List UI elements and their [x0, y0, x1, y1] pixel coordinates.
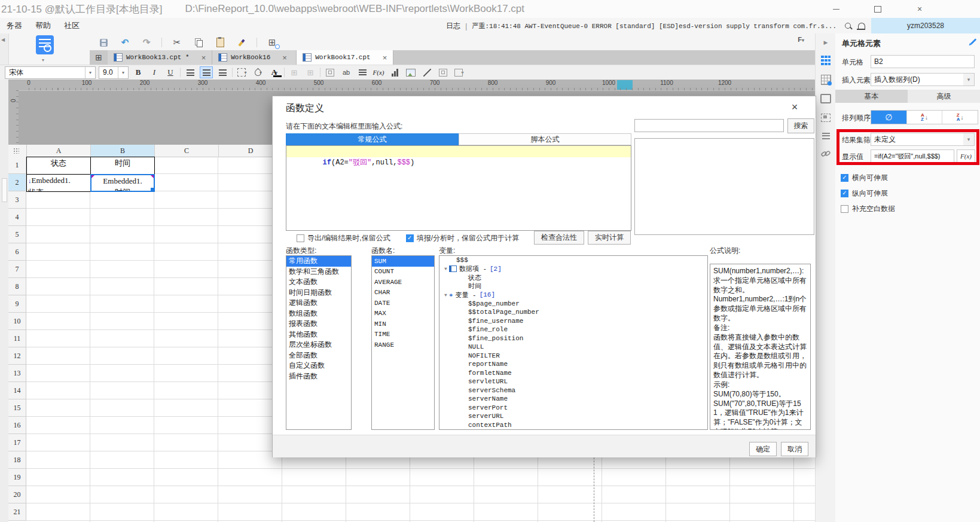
- align-right-button[interactable]: [216, 66, 229, 78]
- row-header[interactable]: 21: [8, 503, 26, 521]
- variable-item[interactable]: ▼ 变量 - [16]: [439, 291, 707, 300]
- variable-item[interactable]: ▼ NOFILTER: [439, 352, 707, 361]
- function-type-item[interactable]: 数学和三角函数: [286, 267, 351, 277]
- function-name-item[interactable]: CHAR: [372, 288, 434, 298]
- menu-item[interactable]: 务器: [0, 20, 29, 31]
- function-search-input[interactable]: [634, 119, 784, 132]
- variable-item[interactable]: ▼ $fine_username: [439, 317, 707, 326]
- formula-line[interactable]: if(A2="驳回",null,$$$): [286, 146, 631, 157]
- ok-button[interactable]: 确定: [749, 442, 777, 456]
- align-center-button[interactable]: [200, 66, 213, 78]
- paste-button[interactable]: [213, 36, 227, 49]
- menu-item[interactable]: 社区: [57, 20, 86, 31]
- search-icon[interactable]: [845, 23, 851, 29]
- save-button[interactable]: [97, 36, 110, 49]
- workbook-tab[interactable]: WorkBook16 ×: [212, 50, 297, 65]
- variable-item[interactable]: ▼ 状态: [439, 273, 707, 282]
- function-type-item[interactable]: 全部函数: [286, 350, 351, 361]
- format-painter-button[interactable]: [235, 36, 248, 49]
- workbook-tab[interactable]: WorkBook17.cpt ×: [297, 50, 393, 65]
- function-type-item[interactable]: 层次坐标函数: [286, 340, 351, 350]
- collapse-panel-icon[interactable]: ▶: [820, 37, 831, 48]
- variable-item[interactable]: ▼ reportName: [439, 360, 707, 369]
- insert-image-button[interactable]: [404, 66, 417, 78]
- variable-item[interactable]: ▼ serverURL: [439, 412, 707, 421]
- variable-item[interactable]: ▼ serverSchema: [439, 386, 707, 395]
- sort-ascending-button[interactable]: AZ↓: [907, 111, 943, 124]
- undo-button[interactable]: ↶: [118, 36, 132, 49]
- formula-editor-button[interactable]: F(x): [957, 149, 975, 163]
- username-badge[interactable]: yzm203528: [871, 18, 980, 33]
- table-search-button[interactable]: ⊞: [265, 36, 279, 49]
- function-type-item[interactable]: 文本函数: [286, 277, 351, 288]
- variable-item[interactable]: ▼ serverPort: [439, 404, 707, 413]
- insert-formula-button[interactable]: F(x): [372, 66, 385, 78]
- function-type-item[interactable]: 常用函数: [286, 256, 351, 267]
- result-filter-select[interactable]: 未定义 ▾: [871, 133, 975, 146]
- variable-item[interactable]: ▼ 数据项 - [2]: [439, 265, 707, 274]
- row-header[interactable]: 13: [8, 365, 26, 382]
- realtime-calc-button[interactable]: 实时计算: [588, 231, 631, 245]
- hyperlink-icon[interactable]: [820, 148, 831, 159]
- function-name-item[interactable]: SUM: [372, 256, 434, 267]
- row-header[interactable]: 20: [8, 486, 26, 503]
- function-type-item[interactable]: 逻辑函数: [286, 298, 351, 309]
- row-header[interactable]: 2: [8, 174, 26, 191]
- font-family-select[interactable]: 宋体▾: [5, 66, 96, 79]
- row-header[interactable]: 15: [8, 399, 26, 417]
- variable-item[interactable]: ▼ NULL: [439, 343, 707, 352]
- cell-B2-selected[interactable]: Embedded1. 时间: [90, 174, 155, 192]
- workbook-tab[interactable]: WorkBook13.cpt * ×: [108, 50, 212, 65]
- expand-arrow-icon[interactable]: ▼: [444, 266, 447, 271]
- cancel-button[interactable]: 取消: [781, 442, 808, 456]
- chevron-down-icon[interactable]: ▾: [42, 57, 44, 63]
- panel-checkbox[interactable]: 补充空白数据: [841, 201, 895, 216]
- align-left-button[interactable]: [184, 66, 197, 78]
- cut-button[interactable]: ✂: [170, 36, 184, 49]
- collapse-left-icon[interactable]: ◀: [1, 37, 5, 42]
- check-validity-button[interactable]: 检查合法性: [534, 231, 584, 245]
- cell-attributes-icon[interactable]: [820, 74, 831, 85]
- function-type-item[interactable]: 插件函数: [286, 371, 351, 382]
- minimize-button[interactable]: [828, 4, 844, 14]
- fill-color-button[interactable]: ▾: [252, 66, 265, 78]
- variable-item[interactable]: ▼ 时间: [439, 282, 707, 291]
- row-header[interactable]: 19: [8, 469, 26, 486]
- text-field-button[interactable]: [323, 66, 337, 78]
- float-element-toolbar-icon[interactable]: F▾: [798, 36, 804, 43]
- menu-item[interactable]: 帮助: [29, 20, 57, 31]
- new-worksheet-icon[interactable]: ⊞: [90, 50, 108, 65]
- paragraph-button[interactable]: [356, 66, 369, 78]
- variable-item[interactable]: ▼ $fine_role: [439, 325, 707, 334]
- column-header[interactable]: A: [27, 145, 91, 157]
- cell-B1[interactable]: 时间: [90, 157, 155, 175]
- row-header[interactable]: 11: [8, 330, 26, 347]
- variable-item[interactable]: ▼ serverName: [439, 395, 707, 404]
- cell-attributes-button[interactable]: ▾: [453, 66, 466, 78]
- close-button[interactable]: ×: [912, 4, 927, 14]
- splitter-handle[interactable]: [2, 178, 7, 202]
- row-header[interactable]: 12: [8, 347, 26, 365]
- close-tab-icon[interactable]: ×: [383, 53, 387, 62]
- function-name-item[interactable]: DATE: [372, 298, 434, 309]
- column-header[interactable]: B: [91, 145, 155, 157]
- row-header[interactable]: 18: [8, 451, 26, 469]
- panel-checkbox[interactable]: 横向可伸展: [841, 170, 895, 185]
- formula-editor[interactable]: if(A2="驳回",null,$$$): [286, 145, 631, 231]
- variable-item[interactable]: ▼ contextPath: [439, 421, 707, 430]
- function-type-item[interactable]: 数组函数: [286, 309, 351, 319]
- bold-button[interactable]: B: [132, 66, 145, 78]
- expand-arrow-icon[interactable]: ▼: [444, 292, 447, 298]
- edit-pencil-icon[interactable]: [970, 38, 977, 45]
- template-datasource-icon[interactable]: [36, 35, 54, 54]
- no-sort-button[interactable]: ∅: [871, 111, 907, 124]
- row-header[interactable]: 14: [8, 382, 26, 399]
- copy-button[interactable]: [192, 36, 205, 49]
- formula-mode-tab[interactable]: 常规公式: [286, 133, 459, 145]
- widget-settings-icon[interactable]: [820, 93, 831, 104]
- function-name-item[interactable]: AVERAGE: [372, 277, 434, 288]
- variable-item[interactable]: ▼ formletName: [439, 369, 707, 378]
- close-tab-icon[interactable]: ×: [282, 53, 287, 62]
- font-color-button[interactable]: A▾: [268, 66, 281, 78]
- function-name-item[interactable]: MIN: [372, 319, 434, 329]
